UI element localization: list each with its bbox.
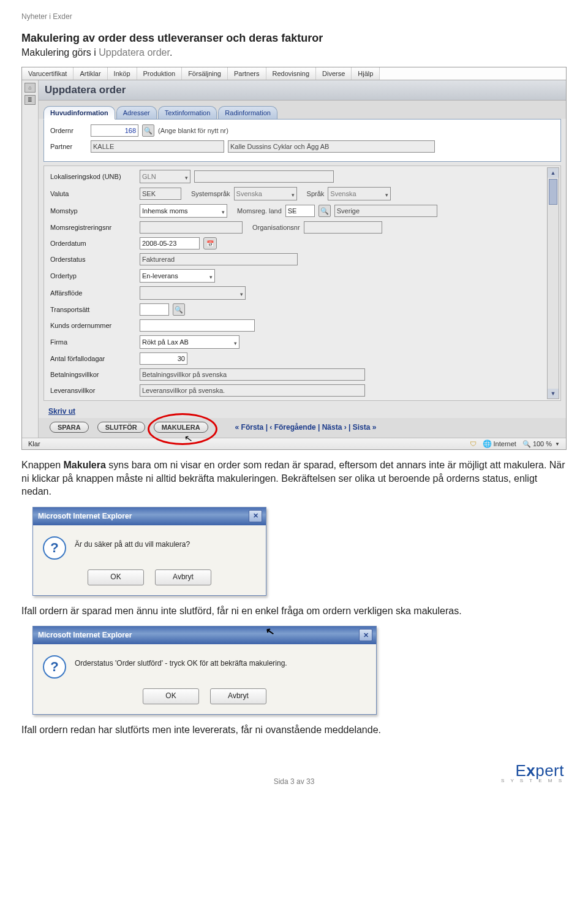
momsreg-land-name-input[interactable]: Sverige	[334, 205, 437, 217]
dialog2-cancel-button[interactable]: Avbryt	[210, 688, 266, 704]
page-footer: Sida 3 av 33 Expert S Y S T E M S	[21, 761, 567, 786]
sprak-select[interactable]: Svenska	[328, 187, 391, 200]
tab-textinformation[interactable]: Textinformation	[158, 106, 217, 119]
scroll-down-icon[interactable]: ▼	[548, 389, 559, 398]
logo: Expert S Y S T E M S	[472, 761, 564, 786]
betalningsvillkor-input[interactable]: Betalningsvillkor på svenska	[140, 368, 365, 381]
status-security[interactable]: 🛡	[470, 440, 477, 447]
dialog2-titlebar[interactable]: Microsoft Internet Explorer ↖ ✕	[33, 626, 376, 644]
cursor-icon: ↖	[265, 625, 275, 639]
valuta-label: Valuta	[50, 190, 136, 197]
slutfor-button[interactable]: SLUTFÖR	[97, 422, 145, 433]
momsreg-land-search-icon[interactable]: 🔍	[318, 205, 331, 217]
menu-diverse[interactable]: Diverse	[316, 67, 352, 80]
question-icon: ?	[43, 655, 66, 679]
menu-varucertifikat[interactable]: Varucertifikat	[22, 67, 74, 80]
systemsprak-select[interactable]: Svenska	[234, 187, 297, 200]
status-zone[interactable]: 🌐Internet	[483, 439, 516, 448]
tab-huvudinformation[interactable]: Huvudinformation	[43, 106, 115, 120]
makulera-button[interactable]: MAKULERA	[154, 422, 208, 433]
forfallodagar-input[interactable]: 30	[140, 352, 187, 365]
momsregnr-input[interactable]	[140, 221, 243, 234]
lokaliseringskod-type-select[interactable]: GLN	[140, 170, 190, 183]
dialog2-ok-button[interactable]: OK	[143, 688, 199, 704]
menu-redovisning[interactable]: Redovisning	[266, 67, 317, 80]
transportsatt-input[interactable]	[140, 303, 169, 316]
menu-hjalp[interactable]: Hjälp	[352, 67, 380, 80]
menu-partners[interactable]: Partners	[228, 67, 266, 80]
scroll-thumb[interactable]	[549, 179, 557, 205]
forfallodagar-label: Antal förfallodagar	[50, 355, 136, 362]
status-zoom[interactable]: 🔍100 %▼	[522, 440, 560, 448]
lokaliseringskod-input[interactable]	[194, 170, 334, 183]
dialog2-close-icon[interactable]: ✕	[359, 629, 372, 641]
logo-text-pre: E	[515, 761, 526, 780]
confirm-dialog-2: Microsoft Internet Explorer ↖ ✕ ? Orders…	[32, 626, 377, 715]
print-link[interactable]: Skriv ut	[39, 405, 566, 418]
transportsatt-label: Transportsätt	[50, 306, 136, 313]
tab-radinformation[interactable]: Radinformation	[218, 106, 277, 119]
orderstatus-input: Fakturerad	[140, 253, 298, 265]
leveransvillkor-input[interactable]: Leveransvillkor på svenska.	[140, 384, 365, 397]
dialog1-ok-button[interactable]: OK	[88, 569, 144, 585]
ordernr-input[interactable]: 168	[91, 124, 138, 137]
status-left: Klar	[28, 440, 40, 447]
lokaliseringskod-label: Lokaliseringskod (UNB)	[50, 173, 136, 180]
orderdatum-input[interactable]: 2008-05-23	[140, 237, 200, 249]
transportsatt-search-icon[interactable]: 🔍	[173, 303, 185, 316]
valuta-input[interactable]: SEK	[140, 188, 181, 200]
menubar: Varucertifikat Artiklar Inköp Produktion…	[22, 67, 566, 80]
tab-adresser[interactable]: Adresser	[116, 106, 157, 119]
calendar-icon[interactable]: 📅	[203, 237, 217, 249]
page-number: Sida 3 av 33	[116, 777, 472, 786]
orgnr-input[interactable]	[304, 221, 382, 234]
logo-text-post: pert	[535, 761, 564, 780]
dialog1-cancel-button[interactable]: Avbryt	[155, 569, 211, 585]
menu-artiklar[interactable]: Artiklar	[74, 67, 107, 80]
logo-subtext: S Y S T E M S	[472, 778, 564, 783]
question-icon: ?	[43, 536, 66, 560]
menu-produktion[interactable]: Produktion	[137, 67, 183, 80]
doc-intro-link: Uppdatera order	[99, 47, 170, 58]
leveransvillkor-label: Leveransvillkor	[50, 387, 136, 394]
ordernr-search-icon[interactable]: 🔍	[142, 124, 154, 137]
doc-subtitle: Nyheter i Exder	[21, 12, 567, 21]
dialog1-close-icon[interactable]: ✕	[249, 510, 262, 522]
doc-heading: Makulering av order dess utleveranser oc…	[21, 32, 567, 45]
tabstrip: Huvudinformation Adresser Textinformatio…	[39, 101, 566, 119]
status-internet-label: Internet	[494, 440, 516, 447]
momstyp-select[interactable]: Inhemsk moms	[140, 204, 227, 218]
spara-button[interactable]: SPARA	[50, 422, 89, 433]
logo-text-x: x	[526, 761, 535, 780]
para1-bold: Makulera	[64, 460, 106, 470]
affarsflode-select[interactable]	[140, 286, 246, 300]
momstyp-label: Momstyp	[50, 207, 136, 215]
dialog1-title: Microsoft Internet Explorer	[38, 512, 132, 520]
ordertyp-select[interactable]: En-leverans	[140, 269, 215, 283]
home-icon[interactable]: ⌂	[24, 83, 36, 93]
page-title: Uppdatera order	[39, 80, 566, 101]
systemsprak-label: Systemspråk	[191, 190, 230, 197]
menu-inkop[interactable]: Inköp	[108, 67, 137, 80]
partner-code-input[interactable]: KALLE	[91, 140, 224, 153]
shield-icon: 🛡	[470, 440, 477, 447]
record-nav[interactable]: « Första | ‹ Föregående | Nästa › | Sist…	[235, 423, 377, 432]
kunds-ordernr-label: Kunds ordernummer	[50, 322, 136, 329]
firma-select[interactable]: Rökt på Lax AB	[140, 335, 239, 349]
dialog1-titlebar[interactable]: Microsoft Internet Explorer ✕	[33, 508, 266, 525]
scroll-up-icon[interactable]: ▲	[548, 168, 559, 178]
menu-forsaljning[interactable]: Försäljning	[182, 67, 228, 80]
partner-name-input[interactable]: Kalle Dussins Cyklar och Ägg AB	[228, 140, 435, 153]
details-scrollbar[interactable]: ▲ ▼	[547, 167, 559, 399]
orderdatum-label: Orderdatum	[50, 240, 136, 247]
kunds-ordernr-input[interactable]	[140, 319, 255, 332]
firma-label: Firma	[50, 338, 136, 346]
app-frame: Varucertifikat Artiklar Inköp Produktion…	[21, 67, 567, 450]
momsreg-land-code-input[interactable]: SE	[285, 205, 315, 217]
betalningsvillkor-label: Betalningsvillkor	[50, 371, 136, 378]
list-icon[interactable]: ≣	[24, 95, 36, 105]
left-gutter: ⌂ ≣	[22, 80, 39, 438]
dialog2-title: Microsoft Internet Explorer	[38, 631, 132, 639]
zoom-icon: 🔍	[522, 440, 531, 448]
confirm-dialog-1: Microsoft Internet Explorer ✕ ? Är du sä…	[32, 507, 266, 596]
